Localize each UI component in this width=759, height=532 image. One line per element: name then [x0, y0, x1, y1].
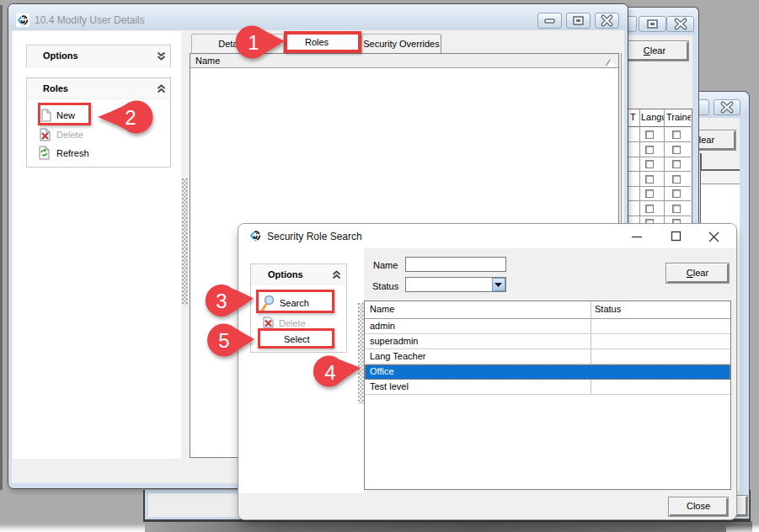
- svg-text:2: 2: [125, 106, 136, 129]
- svg-text:5: 5: [218, 329, 229, 352]
- svg-text:4: 4: [324, 361, 335, 384]
- svg-text:1: 1: [248, 31, 259, 54]
- svg-text:3: 3: [216, 290, 227, 312]
